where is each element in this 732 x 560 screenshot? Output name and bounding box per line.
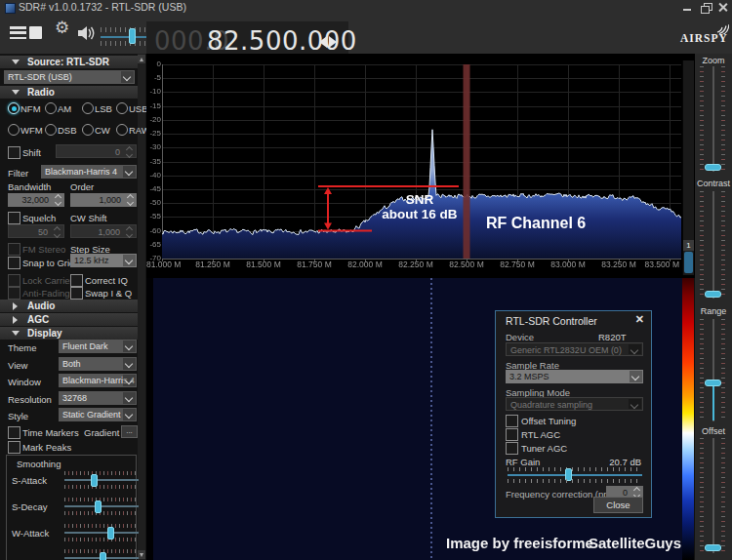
mode-radio-raw[interactable] — [116, 124, 128, 136]
spinner-icon[interactable] — [124, 225, 134, 239]
section-header-radio[interactable]: Radio — [0, 86, 138, 99]
squelch-input[interactable]: 50 — [8, 224, 64, 238]
step-size-select[interactable]: 12.5 kHz — [70, 254, 137, 267]
mode-label: AM — [58, 103, 71, 114]
offset-slider-label: Offset — [695, 426, 732, 436]
rf-gain-slider[interactable] — [508, 474, 642, 476]
brand-text: SatelliteGuys — [589, 535, 681, 551]
range-slider-thumb[interactable] — [705, 380, 721, 386]
order-input[interactable]: 1,000 — [70, 193, 137, 207]
app-icon — [5, 3, 16, 14]
tuner-agc-checkbox[interactable] — [506, 442, 518, 455]
restore-button[interactable] — [700, 3, 712, 12]
volume-slider-thumb[interactable] — [129, 28, 136, 44]
offset-slider-thumb[interactable] — [705, 544, 721, 551]
mode-radio-dsb[interactable] — [45, 124, 57, 136]
smoothing-slider-thumb[interactable] — [100, 552, 106, 560]
zoom-level-badge: 1 — [683, 240, 694, 251]
swap-iq-checkbox[interactable] — [70, 287, 83, 300]
correct-iq-checkbox[interactable] — [70, 274, 83, 287]
mode-radio-wfm[interactable] — [8, 124, 20, 136]
section-header-agc[interactable]: AGC — [0, 313, 138, 326]
zoom-scrollbar-thumb[interactable] — [684, 252, 693, 273]
zoom-slider-label: Zoom — [695, 56, 732, 65]
y-axis-tick: -40 — [146, 172, 161, 180]
contrast-slider[interactable] — [712, 191, 714, 299]
lock-carrier-checkbox[interactable] — [8, 274, 20, 287]
filter-label: Filter — [8, 168, 28, 179]
squelch-checkbox[interactable] — [8, 212, 20, 224]
smoothing-slider-thumb[interactable] — [91, 474, 98, 487]
smoothing-slider[interactable] — [64, 532, 139, 534]
offset-slider[interactable] — [712, 438, 714, 553]
menu-button[interactable] — [10, 26, 26, 42]
view-label: View — [8, 360, 27, 371]
theme-select[interactable]: Fluent Dark — [59, 340, 137, 353]
spectrum-canvas[interactable] — [146, 54, 695, 278]
smoothing-slider[interactable] — [64, 479, 139, 481]
scroll-up-icon[interactable] — [138, 55, 145, 63]
snap-to-grid-checkbox[interactable] — [8, 257, 20, 269]
fm-stereo-checkbox[interactable] — [8, 243, 20, 256]
smoothing-slider-thumb[interactable] — [95, 500, 102, 513]
mode-radio-am[interactable] — [45, 102, 57, 114]
mode-radio-lsb[interactable] — [82, 102, 94, 114]
swap-iq-label: Swap I & Q — [85, 288, 132, 299]
cw-shift-input[interactable]: 1,000 — [70, 224, 137, 238]
offset-tuning-checkbox[interactable] — [506, 415, 518, 427]
rtl-agc-checkbox[interactable] — [506, 428, 518, 441]
y-axis-tick: -45 — [146, 185, 161, 193]
bandwidth-input[interactable]: 32,000 — [8, 193, 64, 207]
frequency-step-up-icon[interactable] — [329, 36, 337, 48]
close-button[interactable] — [717, 3, 729, 12]
view-select[interactable]: Both — [59, 357, 137, 371]
minimize-button[interactable] — [681, 3, 693, 12]
device-select[interactable]: Generic RTL2832U OEM (0) — [506, 342, 643, 356]
sample-rate-select[interactable]: 3.2 MSPS — [506, 370, 643, 383]
mode-label: WFM — [20, 125, 43, 136]
gradient-edit-button[interactable]: ... — [121, 425, 138, 438]
dialog-close-icon[interactable]: ✕ — [635, 313, 644, 326]
zoom-slider-thumb[interactable] — [705, 164, 721, 171]
resolution-select[interactable]: 32768 — [59, 391, 137, 405]
source-device-select[interactable]: RTL-SDR (USB) — [4, 70, 135, 84]
section-header-audio[interactable]: Audio — [0, 300, 138, 312]
dialog-close-button[interactable]: Close — [593, 497, 643, 513]
chevron-down-icon — [125, 377, 133, 384]
y-axis-tick: -20 — [146, 116, 161, 124]
section-header-display[interactable]: Display — [0, 327, 138, 340]
contrast-slider-thumb[interactable] — [705, 291, 721, 298]
frequency-step-down-icon[interactable] — [319, 36, 327, 48]
settings-button[interactable]: ⚙ — [55, 18, 69, 38]
shift-checkbox[interactable] — [8, 146, 20, 159]
filter-select[interactable]: Blackman-Harris 4 — [41, 165, 137, 179]
smoothing-slider-thumb[interactable] — [107, 527, 114, 540]
spinner-icon[interactable] — [124, 145, 134, 159]
smoothing-slider-label: S-Decay — [12, 501, 47, 512]
time-markers-checkbox[interactable] — [8, 426, 20, 439]
sampling-mode-select[interactable]: Quadrature sampling — [506, 397, 643, 411]
collapse-icon — [12, 331, 20, 336]
speaker-icon[interactable] — [78, 25, 98, 41]
chevron-down-icon — [125, 168, 133, 176]
mode-radio-nfm[interactable] — [8, 102, 20, 114]
style-select[interactable]: Static Gradient — [59, 408, 137, 421]
spinner-icon[interactable] — [52, 225, 61, 239]
spinner-icon[interactable] — [53, 193, 62, 207]
slider-ticks — [64, 498, 139, 501]
channel-annotation: RF Channel 6 — [486, 215, 586, 232]
spinner-icon[interactable] — [125, 193, 135, 207]
mark-peaks-checkbox[interactable] — [8, 441, 20, 454]
window-select[interactable]: Blackman-Harris 4 — [59, 374, 137, 387]
scroll-down-icon[interactable] — [138, 550, 145, 559]
spectrum-zoom-scrollbar[interactable]: 1 — [682, 60, 694, 275]
spectrum-display[interactable]: 0-5-10-15-20-25-30-35-40-45-50-55-60-65-… — [146, 54, 695, 278]
anti-fading-checkbox[interactable] — [8, 287, 20, 300]
shift-input[interactable]: 0 — [56, 144, 137, 158]
zoom-slider[interactable] — [712, 66, 714, 172]
mode-radio-usb[interactable] — [116, 102, 128, 114]
squelch-label: Squelch — [22, 213, 56, 223]
section-header-source[interactable]: Source: RTL-SDR (USB) — [0, 56, 138, 68]
mode-radio-cw[interactable] — [82, 124, 94, 136]
stop-button[interactable] — [29, 26, 42, 39]
